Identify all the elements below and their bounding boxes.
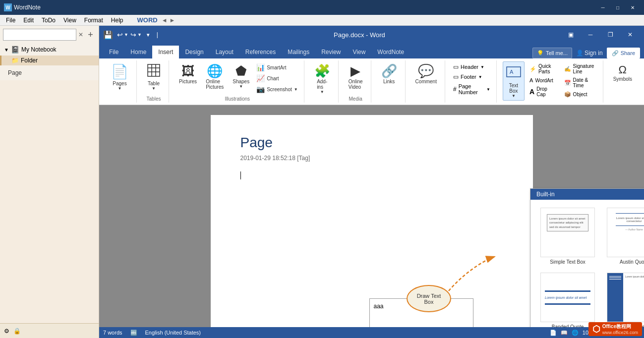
maximize-button[interactable]: □: [610, 0, 625, 15]
tab-wordnote[interactable]: WordNote: [371, 46, 410, 58]
tables-group-items: Table ▼: [143, 61, 165, 95]
share-button[interactable]: 🔗 Share: [607, 48, 640, 58]
sidebar-content-area: [0, 80, 99, 323]
tab-home[interactable]: Home: [124, 46, 152, 58]
view-read-icon[interactable]: 📖: [561, 330, 568, 336]
pages-label: Pages: [113, 81, 126, 86]
customize-qat[interactable]: ▼: [146, 32, 151, 38]
drop-cap-icon: A: [529, 88, 534, 96]
nav-back[interactable]: ◄: [162, 17, 168, 24]
text-group-items: A Text Box ▼ ⚡ Quick Parts: [503, 61, 599, 101]
folder-item[interactable]: 📁 Folder: [0, 56, 99, 65]
tab-file[interactable]: File: [103, 46, 124, 58]
quick-parts-button[interactable]: ⚡ Quick Parts: [527, 62, 559, 75]
tab-references[interactable]: References: [239, 46, 282, 58]
date-time-button[interactable]: 📅 Date & Time: [562, 76, 599, 89]
links-button[interactable]: 🔗 Links: [377, 61, 401, 86]
smartart-button[interactable]: 📊 SmartArt: [254, 62, 300, 72]
redo-dropdown[interactable]: ▼: [137, 32, 142, 37]
pages-button[interactable]: 📄 Pages ▼: [107, 61, 132, 93]
word-restore-button[interactable]: ❐: [600, 26, 620, 44]
panel-scrollable[interactable]: Lorem ipsum dolor sit amet consectetur a…: [530, 200, 644, 327]
panel-item-banded-sidebar[interactable]: Lorem ipsum dolor Banded Sidebar: [603, 271, 644, 327]
notebook-item[interactable]: ▼ 📓 My Notebook: [0, 44, 99, 56]
textbox-label2: Box: [509, 88, 518, 94]
header-button[interactable]: ▭ Header ▼: [451, 62, 492, 71]
tab-design[interactable]: Design: [179, 46, 209, 58]
word-minimize-button[interactable]: ─: [581, 26, 600, 44]
table-button[interactable]: Table ▼: [143, 61, 165, 93]
online-video-icon: ▶: [351, 63, 360, 79]
undo-dropdown[interactable]: ▼: [124, 32, 128, 37]
chart-button[interactable]: 📈 Chart: [254, 73, 300, 83]
share-label: Share: [621, 50, 635, 56]
comment-button[interactable]: 💬 Comment: [411, 61, 441, 86]
add-page-button[interactable]: +: [85, 29, 96, 40]
ribbon-group-addins: 🧩 Add-ins ▼: [306, 60, 339, 103]
ribbon-group-header-footer: ▭ Header ▼ ▭ Footer ▼ # Page: [447, 60, 497, 103]
tell-me-label: Tell me...: [546, 50, 568, 56]
language: English (United States): [145, 330, 201, 336]
panel-item-simple-text-box[interactable]: Lorem ipsum dolor sit amet consectetur a…: [536, 206, 599, 267]
search-clear-icon[interactable]: ✕: [78, 31, 83, 38]
search-input[interactable]: [3, 29, 76, 41]
online-pictures-button[interactable]: 🌐 OnlinePictures: [202, 61, 228, 92]
shapes-button[interactable]: ⬟ Shapes ▼: [229, 61, 253, 91]
sign-in-button[interactable]: 👤 Sign in: [576, 50, 603, 56]
online-video-button[interactable]: ▶ OnlineVideo: [345, 61, 367, 92]
online-video-label: OnlineVideo: [349, 79, 363, 90]
close-button[interactable]: ✕: [625, 0, 640, 15]
tab-mailings[interactable]: Mailings: [282, 46, 315, 58]
symbols-button[interactable]: Ω Symbols: [609, 61, 636, 84]
page-item[interactable]: Page: [0, 65, 99, 80]
preview-simple-text-box: Lorem ipsum dolor sit amet consectetur a…: [540, 208, 595, 257]
panel-item-banded-quote[interactable]: Lorem ipsum dolor sit amet Banded Quote: [536, 271, 599, 327]
tell-me-box[interactable]: 💡 Tell me...: [532, 48, 572, 58]
tab-layout[interactable]: Layout: [210, 46, 239, 58]
ribbon-group-pages: 📄 Pages ▼: [103, 60, 137, 103]
textbox-button[interactable]: A Text Box ▼: [503, 61, 525, 101]
panel-item-austin-quote[interactable]: Lorem ipsum dolor sit amet consectetur —…: [603, 206, 644, 267]
minimize-button[interactable]: ─: [595, 0, 610, 15]
page-number-button[interactable]: # Page Number ▼: [451, 82, 492, 96]
text-box-container: aaa: [305, 219, 409, 279]
shapes-dropdown-icon: ▼: [239, 84, 243, 89]
view-web-icon[interactable]: 🌐: [572, 330, 579, 336]
object-button[interactable]: 📦 Object: [562, 90, 599, 99]
comment-icon: 💬: [418, 63, 434, 79]
undo-button[interactable]: ↩: [117, 31, 123, 39]
tab-insert[interactable]: Insert: [152, 46, 179, 58]
redo-button[interactable]: ↪: [130, 31, 136, 39]
links-group-items: 🔗 Links: [377, 61, 401, 101]
menu-todo[interactable]: ToDo: [38, 16, 59, 25]
inline-text-box[interactable]: aaa: [369, 298, 473, 327]
tab-view[interactable]: View: [347, 46, 372, 58]
austin-quote-label: Austin Quote: [620, 259, 644, 265]
word-close-button[interactable]: ✕: [620, 26, 640, 44]
sidebar-settings-icon[interactable]: ⚙: [4, 328, 9, 335]
view-normal-icon[interactable]: 📄: [550, 330, 557, 336]
menu-file[interactable]: File: [2, 16, 19, 25]
save-icon[interactable]: 💾: [103, 30, 113, 40]
ribbon-group-text: A Text Box ▼ ⚡ Quick Parts: [499, 60, 603, 103]
footer-button[interactable]: ▭ Footer ▼: [451, 72, 492, 81]
office-url: www.office26.com: [602, 330, 638, 335]
menu-help[interactable]: Help: [107, 16, 127, 25]
notebook-label: My Notebook: [21, 46, 57, 53]
menu-edit[interactable]: Edit: [19, 16, 38, 25]
addins-button[interactable]: 🧩 Add-ins ▼: [310, 61, 334, 96]
menu-view[interactable]: View: [59, 16, 80, 25]
drop-cap-button[interactable]: A Drop Cap: [527, 85, 559, 98]
sidebar-lock-icon[interactable]: 🔒: [13, 328, 21, 335]
pictures-button[interactable]: 🖼 Pictures: [175, 61, 201, 86]
signature-button[interactable]: ✍ Signature Line: [562, 62, 599, 75]
lightbulb-icon: 💡: [537, 50, 544, 56]
document-meta: 2019-01-29 18:52:18 [Tag]: [240, 155, 503, 162]
word-ribbon-toggle[interactable]: ▣: [561, 26, 581, 44]
tables-group-label: Tables: [147, 96, 161, 102]
tab-review[interactable]: Review: [315, 46, 347, 58]
menu-format[interactable]: Format: [80, 16, 107, 25]
screenshot-button[interactable]: 📷 Screenshot ▼: [254, 84, 300, 94]
wordart-button[interactable]: A WordArt: [527, 76, 559, 84]
nav-forward[interactable]: ►: [170, 17, 176, 24]
